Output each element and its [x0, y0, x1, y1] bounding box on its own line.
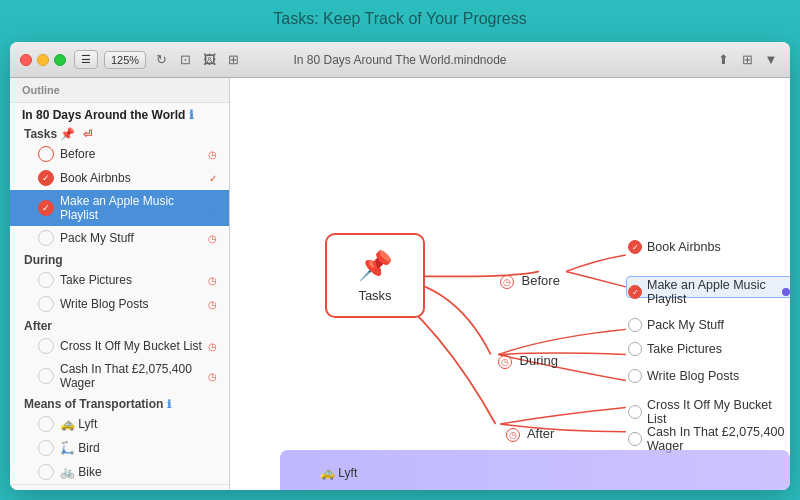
- check-bird: [38, 440, 54, 456]
- sidebar-item-before[interactable]: Before ◷: [10, 142, 229, 166]
- check-bucket: [38, 338, 54, 354]
- branch-during: ◷ During: [498, 353, 558, 369]
- before-right-icon: ◷: [208, 149, 217, 160]
- airbnbs-check: [628, 240, 642, 254]
- node-playlist: Make an Apple Music Playlist: [628, 278, 790, 306]
- bucket-right-icon: ◷: [208, 341, 217, 352]
- check-blog: [38, 296, 54, 312]
- grid-icon[interactable]: ⊞: [738, 51, 756, 69]
- group-during: During: [10, 250, 229, 268]
- node-pictures: Take Pictures: [628, 342, 722, 356]
- check-pack: [38, 230, 54, 246]
- sidebar-item-bird[interactable]: 🛴 Bird: [10, 436, 229, 460]
- group-transport: Means of Transportation ℹ: [10, 394, 229, 412]
- sidebar-item-playlist[interactable]: Make an Apple Music Playlist ●: [10, 190, 229, 226]
- mindmap-area: 📌 Tasks ◷ Before ◷ During ◷ After Book A…: [230, 78, 790, 490]
- share-icon[interactable]: ⊡: [176, 51, 194, 69]
- root-title: In 80 Days Around the World ℹ: [10, 103, 229, 124]
- blog-check: [628, 369, 642, 383]
- check-wager: [38, 368, 54, 384]
- blog-right-icon: ◷: [208, 299, 217, 310]
- airbnbs-right-icon: ✓: [209, 173, 217, 184]
- pictures-check: [628, 342, 642, 356]
- tasks-indicator: ⏎: [83, 128, 92, 140]
- branch-after: ◷ After: [506, 426, 554, 442]
- wager-right-icon: ◷: [208, 371, 217, 382]
- check-playlist: [38, 200, 54, 216]
- sidebar: Outline In 80 Days Around the World ℹ Ta…: [10, 78, 230, 490]
- minimize-button[interactable]: [37, 54, 49, 66]
- purple-dot: [782, 288, 790, 296]
- before-check: ◷: [500, 275, 514, 289]
- outline-icon: ☰: [81, 53, 91, 66]
- sidebar-footer: ⚙: [10, 484, 229, 490]
- check-bike: [38, 464, 54, 480]
- content-area: Outline In 80 Days Around the World ℹ Ta…: [10, 78, 790, 490]
- check-lyft: [38, 416, 54, 432]
- traffic-lights: [20, 54, 66, 66]
- sidebar-item-lyft[interactable]: 🚕 Lyft: [10, 412, 229, 436]
- node-wager: Cash In That £2,075,400 Wager: [628, 425, 790, 453]
- check-pictures: [38, 272, 54, 288]
- transport-info-icon: ℹ: [167, 398, 171, 411]
- page-title: Tasks: Keep Track of Your Progress: [0, 0, 800, 36]
- sidebar-header: Outline: [10, 78, 229, 103]
- node-bucket: Cross It Off My Bucket List: [628, 398, 790, 426]
- sidebar-item-blog[interactable]: Write Blog Posts ◷: [10, 292, 229, 316]
- sidebar-item-wager[interactable]: Cash In That £2,075,400 Wager ◷: [10, 358, 229, 394]
- group-after: After: [10, 316, 229, 334]
- bucket-check: [628, 405, 642, 419]
- fullscreen-button[interactable]: [54, 54, 66, 66]
- central-node-label: Tasks: [358, 288, 391, 303]
- sidebar-item-bike[interactable]: 🚲 Bike: [10, 460, 229, 484]
- central-node[interactable]: 📌 Tasks: [325, 233, 425, 318]
- playlist-right-icon: ●: [211, 203, 217, 214]
- sidebar-item-airbnbs[interactable]: Book Airbnbs ✓: [10, 166, 229, 190]
- zoom-level[interactable]: 125%: [104, 51, 146, 69]
- app-window: ☰ 125% ↻ ⊡ 🖼 ⊞ In 80 Days Around The Wor…: [10, 42, 790, 490]
- central-node-icon: 📌: [358, 249, 393, 282]
- branch-before: ◷ Before: [500, 273, 560, 289]
- pack-check: [628, 318, 642, 332]
- toolbar-left: ☰ 125% ↻ ⊡ 🖼 ⊞: [74, 50, 242, 69]
- lyft-bottom-label: 🚕 Lyft: [320, 466, 357, 480]
- pictures-right-icon: ◷: [208, 275, 217, 286]
- export-icon[interactable]: ⬆: [714, 51, 732, 69]
- layout-icon[interactable]: ⊞: [224, 51, 242, 69]
- playlist-check: [628, 285, 642, 299]
- sidebar-item-bucket[interactable]: Cross It Off My Bucket List ◷: [10, 334, 229, 358]
- wager-check: [628, 432, 642, 446]
- close-button[interactable]: [20, 54, 32, 66]
- group-tasks: Tasks 📌 ⏎: [10, 124, 229, 142]
- toolbar-right: ⬆ ⊞ ▼: [714, 51, 780, 69]
- title-bar: ☰ 125% ↻ ⊡ 🖼 ⊞ In 80 Days Around The Wor…: [10, 42, 790, 78]
- sidebar-item-pack[interactable]: Pack My Stuff ◷: [10, 226, 229, 250]
- check-before: [38, 146, 54, 162]
- outline-toggle[interactable]: ☰: [74, 50, 98, 69]
- filter-icon[interactable]: ▼: [762, 51, 780, 69]
- refresh-icon[interactable]: ↻: [152, 51, 170, 69]
- node-airbnbs: Book Airbnbs: [628, 240, 721, 254]
- window-title: In 80 Days Around The World.mindnode: [293, 53, 506, 67]
- info-icon: ℹ: [189, 108, 194, 122]
- node-pack: Pack My Stuff: [628, 318, 724, 332]
- sidebar-item-pictures[interactable]: Take Pictures ◷: [10, 268, 229, 292]
- node-blog: Write Blog Posts: [628, 369, 739, 383]
- check-airbnbs: [38, 170, 54, 186]
- image-icon[interactable]: 🖼: [200, 51, 218, 69]
- pack-right-icon: ◷: [208, 233, 217, 244]
